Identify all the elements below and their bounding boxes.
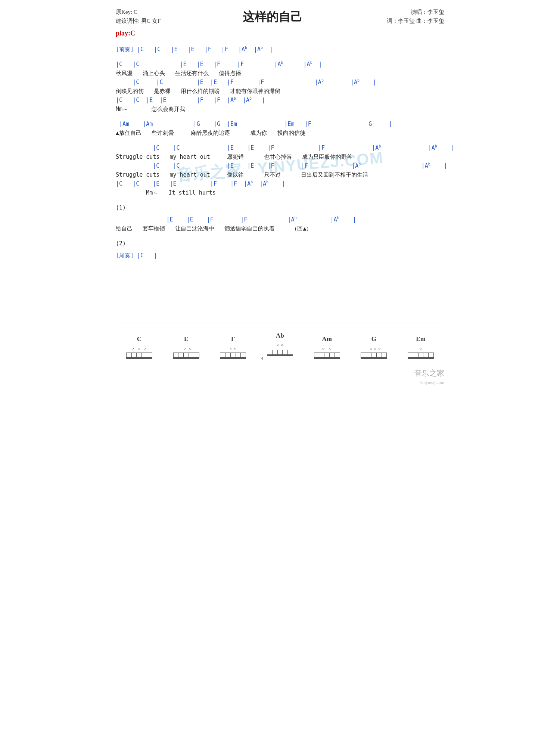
v1-l2: 倒映见的伤 是赤裸 用什么样的期盼 才能有你眼神的滞留 [116, 87, 444, 96]
chord-F: F × × [220, 334, 246, 359]
chord-Am: Am ○ ○ [314, 334, 340, 359]
performer: 演唱：李玉玺 [385, 7, 444, 16]
logo-en: yinyuezj.com [116, 379, 444, 386]
v1-c2: |C |C |E |E |F |F |Ab |Ab | [116, 78, 444, 87]
outro-chord: [尾奏] |C | [116, 251, 444, 260]
credits: 词：李玉玺 曲：李玉玺 [385, 16, 444, 25]
v2-l2: Struggle cuts my heart out 像以往 只不过 日出后又回… [116, 170, 444, 179]
chord-Em: Em ○ [408, 334, 434, 359]
song-title: 这样的自己 [161, 7, 385, 27]
chord-E: E ○ ○ [173, 334, 199, 359]
v2-c1: |C |C |E |E |F |F |Ab |Ab | [116, 143, 444, 152]
v2-c2: |C |C |E |E |F |F |Ab |Ab | [116, 161, 444, 170]
chord-C: C × ○ ○ [126, 334, 152, 359]
play-key: play:C [116, 28, 444, 39]
performer-info: 演唱：李玉玺 词：李玉玺 曲：李玉玺 [385, 7, 444, 25]
key-info: 原Key: C 建议调性: 男C 女F [116, 7, 161, 25]
v2-l1: Struggle cuts my heart out 愿犯错 也甘心掉落 成为只… [116, 152, 444, 161]
v1-l1: 秋风盪 涌上心头 生活还有什么 值得点播 [116, 69, 444, 78]
part1-label: (1) [116, 203, 444, 212]
bridge-l1: 给自己 套牢枷锁 让自己沈沦海中 彻透懦弱自己的执着 （回▲） [116, 224, 444, 233]
chord-Ab: Ab × × 4 [267, 330, 293, 359]
ch1-l1: ▲放任自己 些许刺骨 麻醉黑夜的追逐 成为你 投向的信徒 [116, 128, 444, 137]
v1-c3: |C |C |E |E |F |F |Ab |Ab | [116, 96, 444, 105]
v2-l3: Mm～ It still hurts [116, 188, 444, 197]
v1-l3: Mm～ 怎么会离开我 [116, 105, 444, 114]
logo-cn: 音乐之家 [116, 367, 444, 379]
original-key: 原Key: C [116, 7, 161, 16]
chord-G: G ○ ○ ○ [361, 334, 387, 359]
v1-c1: |C |C |E |E |F |F |Ab |Ab | [116, 60, 444, 69]
bridge-c1: |E |E |F |F |Ab |Ab | [116, 215, 444, 224]
chord-diagrams-section: C × ○ ○ [116, 323, 444, 363]
suggested-key: 建议调性: 男C 女F [116, 16, 161, 25]
logo-area: 音乐之家 yinyuezj.com [116, 367, 444, 386]
v2-c3: |C |C |E |E |F |F |Ab |Ab | [116, 179, 444, 188]
prelude-chord: [前奏] |C |C |E |E |F |F |Ab |Ab | [116, 45, 444, 54]
ch1-c1: |Am |Am |G |G |Em |Em |F G | [116, 120, 444, 128]
song-title-area: 这样的自己 [161, 7, 385, 27]
part2-label: (2) [116, 239, 444, 248]
